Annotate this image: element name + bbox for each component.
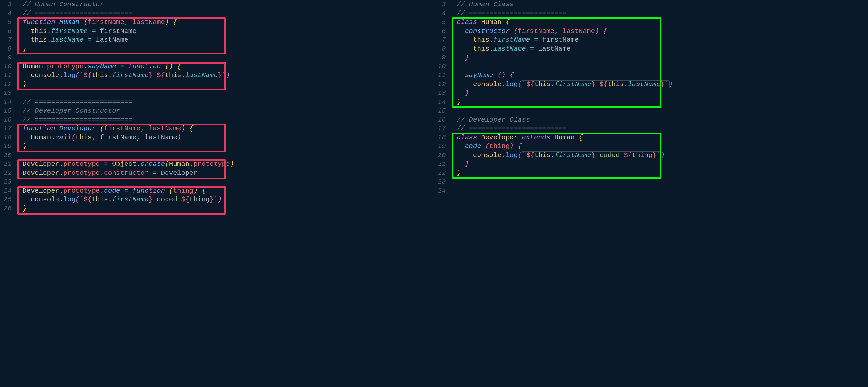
line-number: 3 xyxy=(434,0,451,9)
code-line[interactable]: } xyxy=(16,142,27,151)
code-line[interactable]: // Developer Constructor xyxy=(16,106,120,116)
code-line[interactable]: // Human Class xyxy=(451,0,514,9)
line-number: 15 xyxy=(0,106,16,116)
code-line[interactable]: // ======================== xyxy=(16,9,132,18)
line-number: 18 xyxy=(434,133,451,142)
code-line[interactable]: } xyxy=(451,160,469,169)
line-number: 12 xyxy=(434,80,451,89)
code-line[interactable]: } xyxy=(16,80,27,89)
line-number: 4 xyxy=(0,9,16,18)
line-number: 11 xyxy=(0,71,16,80)
code-line[interactable]: } xyxy=(451,53,469,62)
right-editor-pane[interactable]: 3// Human Class 4// ====================… xyxy=(434,0,868,387)
code-line[interactable]: // ======================== xyxy=(16,116,132,125)
code-line[interactable]: // ======================== xyxy=(16,98,132,107)
line-number: 21 xyxy=(0,160,16,169)
code-line[interactable]: code (thing) { xyxy=(451,142,522,151)
line-number: 14 xyxy=(0,98,16,107)
line-number: 17 xyxy=(0,124,16,133)
line-number: 6 xyxy=(434,27,451,36)
line-number: 12 xyxy=(0,80,16,89)
code-line[interactable]: function Developer (firstName, lastName)… xyxy=(16,124,193,133)
code-line[interactable]: // Human Constructor xyxy=(16,0,104,9)
code-line[interactable]: class Human { xyxy=(451,18,510,27)
line-number: 3 xyxy=(0,0,16,9)
code-line[interactable]: } xyxy=(451,169,461,178)
code-line[interactable]: Human.prototype.sayName = function () { xyxy=(16,62,181,71)
line-number: 14 xyxy=(434,98,451,107)
line-number: 10 xyxy=(0,62,16,71)
line-number: 20 xyxy=(434,151,451,160)
code-line[interactable]: // ======================== xyxy=(451,124,567,133)
code-line[interactable]: } xyxy=(16,44,27,54)
line-number: 8 xyxy=(0,44,16,54)
line-number: 7 xyxy=(434,35,451,44)
code-line[interactable]: console.log(`${this.firstName} coded ${t… xyxy=(451,151,665,160)
line-number: 10 xyxy=(434,62,451,71)
code-line[interactable]: console.log(`${this.firstName} coded ${t… xyxy=(16,195,222,204)
code-line[interactable]: Developer.prototype.constructor = Develo… xyxy=(16,169,197,178)
line-number: 16 xyxy=(434,116,451,125)
line-number: 19 xyxy=(434,142,451,151)
line-number: 20 xyxy=(0,151,16,160)
line-number: 24 xyxy=(434,186,451,195)
line-number: 15 xyxy=(434,106,451,116)
line-number: 24 xyxy=(0,186,16,195)
code-line[interactable]: class Developer extends Human { xyxy=(451,133,583,142)
code-line[interactable]: console.log(`${this.firstName} ${this.la… xyxy=(451,80,673,89)
code-line[interactable]: this.lastName = lastName xyxy=(16,35,128,44)
line-number: 26 xyxy=(0,204,16,213)
code-line[interactable]: // Developer Class xyxy=(451,116,530,125)
line-number: 13 xyxy=(0,89,16,98)
code-line[interactable]: this.lastName = lastName xyxy=(451,44,571,54)
code-line[interactable]: constructor (firstName, lastName) { xyxy=(451,27,607,36)
code-line[interactable]: this.firstName = firstName xyxy=(451,35,579,44)
line-number: 18 xyxy=(0,133,16,142)
line-number: 22 xyxy=(434,169,451,178)
line-number: 23 xyxy=(0,178,16,186)
line-number: 22 xyxy=(0,169,16,178)
code-line[interactable]: } xyxy=(16,204,27,213)
line-number: 5 xyxy=(434,18,451,27)
line-number: 6 xyxy=(0,27,16,36)
code-line[interactable]: this.firstName = firstName xyxy=(16,27,136,36)
line-number: 11 xyxy=(434,71,451,80)
line-number: 16 xyxy=(0,116,16,125)
line-number: 17 xyxy=(434,124,451,133)
line-number: 5 xyxy=(0,18,16,27)
line-number: 19 xyxy=(0,142,16,151)
line-number: 13 xyxy=(434,89,451,98)
code-line[interactable]: // ======================== xyxy=(451,9,567,18)
line-number: 4 xyxy=(434,9,451,18)
line-number: 9 xyxy=(0,53,16,62)
line-number: 21 xyxy=(434,160,451,169)
code-line[interactable]: } xyxy=(451,98,461,107)
line-number: 8 xyxy=(434,44,451,54)
line-number: 25 xyxy=(0,195,16,204)
code-line[interactable]: console.log(`${this.firstName} ${this.la… xyxy=(16,71,230,80)
left-editor-pane[interactable]: 3// Human Constructor 4// ==============… xyxy=(0,0,434,387)
code-line[interactable]: sayName () { xyxy=(451,71,514,80)
code-line[interactable]: Human.call(this, firstName, lastName) xyxy=(16,133,181,142)
code-line[interactable]: Developer.prototype.code = function (thi… xyxy=(16,186,206,195)
line-number: 9 xyxy=(434,53,451,62)
code-line[interactable]: function Human (firstName, lastName) { xyxy=(16,18,177,27)
code-line[interactable]: Developer.prototype = Object.create(Huma… xyxy=(16,160,234,169)
code-line[interactable]: } xyxy=(451,89,469,98)
line-number: 7 xyxy=(0,35,16,44)
line-number: 23 xyxy=(434,178,451,186)
